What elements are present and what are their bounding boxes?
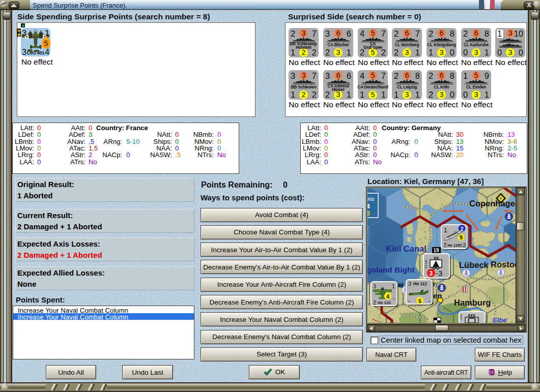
svg-text:en: en: [433, 291, 442, 300]
svg-text:3: 3: [408, 281, 411, 287]
svg-text:Kiel Canal: Kiel Canal: [386, 244, 427, 253]
svg-text:?: ?: [491, 370, 494, 375]
svg-text:4: 4: [367, 203, 370, 210]
svg-text:1: 1: [444, 227, 447, 234]
svg-text:xis: xis: [367, 196, 375, 202]
svg-text:*: *: [408, 299, 410, 305]
svg-text:3: 3: [373, 283, 376, 289]
svg-text:Lübeck: Lübeck: [459, 260, 489, 269]
svg-text:*: *: [429, 299, 431, 305]
svg-text:Elbe: Elbe: [493, 316, 506, 323]
svg-text:3: 3: [430, 270, 433, 277]
svg-text:Copenhagen: Copenhagen: [469, 199, 516, 208]
svg-text:goland Bight: goland Bight: [367, 265, 415, 274]
svg-text:RR mm: RR mm: [424, 260, 428, 268]
svg-text:Hs 123: Hs 123: [378, 300, 391, 305]
svg-text:19: 19: [434, 248, 440, 253]
svg-text:*: *: [393, 297, 395, 302]
svg-text:2: 2: [463, 242, 466, 248]
svg-text:Lt Arm: Lt Arm: [460, 314, 463, 321]
svg-text:Rostock: Rostock: [491, 260, 516, 269]
svg-text:Hamburg: Hamburg: [454, 298, 491, 307]
svg-text:5: 5: [418, 298, 421, 304]
svg-text:He 115C: He 115C: [447, 243, 463, 248]
svg-text:1: 1: [392, 283, 395, 289]
svg-text:4: 4: [386, 293, 390, 299]
svg-text:-3: -3: [436, 269, 442, 278]
svg-text:2: 2: [373, 299, 376, 306]
svg-text:1: 1: [443, 242, 446, 248]
svg-text:He 112: He 112: [413, 281, 427, 286]
svg-text:0: 0: [367, 210, 370, 217]
